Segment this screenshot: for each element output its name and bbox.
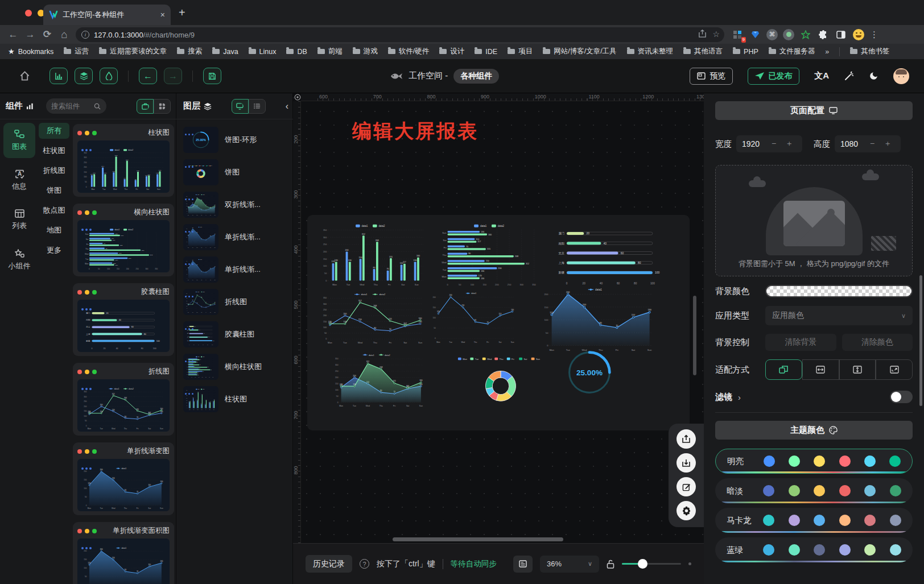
sidebar-tab-信息[interactable]: A信息	[3, 163, 35, 198]
category-饼图[interactable]: 饼图	[39, 183, 69, 198]
bookmark-item[interactable]: IDE	[475, 47, 497, 56]
tab-close-icon[interactable]: ×	[160, 10, 165, 19]
stepper-buttons[interactable]: − ＋	[870, 139, 895, 149]
url-bar[interactable]: i 127.0.0.1:3000/#/chart/home/9 ☆	[76, 27, 724, 42]
layer-item[interactable]: 050100150200data11202001508070110130MonT…	[181, 223, 288, 251]
fit-auto-button[interactable]	[765, 359, 802, 380]
layer-item[interactable]: 050100150200250300350data1data2120130Mon…	[181, 386, 288, 413]
theme-蓝绿[interactable]: 蓝绿	[715, 537, 913, 562]
bookmarks-overflow-button[interactable]: »	[825, 48, 829, 56]
bookmark-item[interactable]: 项目	[508, 47, 533, 56]
site-info-icon[interactable]: i	[81, 31, 89, 39]
layer-item[interactable]: MonTueWedThuFriSatSun饼图	[181, 159, 288, 186]
project-badge[interactable]: 各种组件	[453, 69, 499, 84]
search-input[interactable]	[51, 102, 91, 110]
height-value[interactable]: 1080	[840, 139, 858, 148]
list-view-toggle[interactable]	[249, 99, 266, 114]
layer-item[interactable]: 050100150200250300350data1data2120200150…	[181, 191, 288, 218]
filter-button[interactable]	[100, 68, 118, 84]
app-type-select[interactable]: 应用颜色 ∨	[765, 306, 913, 325]
horizontal-scrollbar[interactable]	[393, 537, 563, 541]
sidebar-tab-小组件[interactable]: 小组件	[3, 242, 35, 277]
back-arrow-icon[interactable]: ←	[5, 29, 22, 40]
eye-icon[interactable]	[294, 94, 301, 101]
layers-button[interactable]	[75, 68, 93, 84]
redo-button[interactable]: →	[164, 68, 182, 84]
bookmark-item[interactable]: 软件/硬件	[388, 47, 429, 56]
bookmark-item[interactable]: 近期需要读的文章	[99, 47, 167, 56]
browser-menu-icon[interactable]: ⋮	[870, 30, 878, 40]
slider-knob[interactable]	[638, 559, 647, 569]
chevron-right-icon[interactable]: ›	[738, 392, 741, 402]
canvas-chart-capsule[interactable]: 厦门20南阳40北京60上海80新疆100020406080100	[551, 224, 669, 287]
canvas-chart-line-double[interactable]: 050100150200250300350data1data2120200150…	[319, 291, 427, 345]
lock-open-icon[interactable]	[607, 560, 614, 569]
component-card[interactable]: 单折线渐变图050100150200data112020015080701101…	[73, 442, 174, 515]
layer-item[interactable]: 050100150200250300350data1data2120200150…	[181, 288, 288, 316]
edit-button[interactable]	[676, 477, 696, 496]
clear-color-button[interactable]: 清除颜色	[842, 334, 913, 351]
category-地图[interactable]: 地图	[39, 222, 69, 238]
bookmarks-root[interactable]: ★Bookmarks	[8, 47, 53, 56]
width-value[interactable]: 1920	[742, 139, 760, 148]
preview-button[interactable]: 预览	[690, 68, 733, 85]
canvas-chart-line-single[interactable]: 050100150200data11202001508070110130MonT…	[429, 290, 518, 344]
canvas[interactable]: 6007008009001000110012001300 20030040050…	[293, 93, 704, 584]
page-config-header[interactable]: 页面配置	[715, 101, 913, 120]
publish-button[interactable]: 已发布	[748, 68, 799, 85]
wand-icon[interactable]	[844, 71, 854, 81]
bookmark-item[interactable]: 前端	[317, 47, 343, 56]
profile-avatar-icon[interactable]	[852, 28, 865, 41]
layer-item[interactable]: 25.00%饼图-环形	[181, 126, 288, 154]
sidebar-tab-图表[interactable]: 图表	[3, 123, 35, 158]
fit-stretch-button[interactable]	[876, 359, 913, 380]
home-icon[interactable]: ⌂	[56, 28, 73, 41]
bookmark-item[interactable]: Linux	[249, 47, 277, 56]
canvas-chart-bar-horizontal[interactable]: 050100150200250300350data1data2Sun130160…	[436, 222, 547, 288]
bookmark-item[interactable]: 游戏	[353, 47, 378, 56]
big-screen-title[interactable]: 编辑大屏报表	[352, 118, 478, 144]
category-折线图[interactable]: 折线图	[39, 163, 69, 179]
bookmark-item[interactable]: DB	[286, 47, 307, 56]
component-card[interactable]: 折线图050100150200250300350data1data2120200…	[73, 363, 174, 436]
component-card[interactable]: 胶囊柱图厦门20南阳40北京60上海80新疆100020406080100	[73, 283, 174, 356]
fit-width-button[interactable]	[802, 359, 839, 380]
theme-马卡龙[interactable]: 马卡龙	[715, 508, 913, 533]
traffic-close-icon[interactable]	[25, 10, 32, 16]
forward-arrow-icon[interactable]: →	[22, 29, 39, 40]
component-card[interactable]: 柱状图050100150200250300350data1data2120130…	[73, 124, 174, 197]
category-所有[interactable]: 所有	[39, 123, 69, 139]
bg-color-swatch[interactable]	[765, 285, 913, 297]
bookmark-item[interactable]: 运营	[64, 47, 89, 56]
component-search[interactable]	[46, 98, 106, 114]
canvas-chart-line-double-area[interactable]: 050100150200250300350data1data2120200150…	[331, 351, 427, 408]
width-stepper[interactable]: 1920− ＋	[736, 135, 802, 152]
bookmark-item[interactable]: 其他语言	[683, 47, 723, 56]
refresh-icon[interactable]: ⟳	[39, 28, 56, 40]
zoom-select[interactable]: 36% ∨	[540, 556, 599, 573]
help-icon[interactable]: ?	[360, 559, 369, 569]
bookmark-star-icon[interactable]: ☆	[712, 30, 720, 39]
user-avatar[interactable]	[893, 68, 909, 84]
sidebar-tab-列表[interactable]: 列表	[3, 202, 35, 238]
component-card[interactable]: 横向柱状图050100150200250300350data1data2Sun1…	[73, 204, 174, 276]
clear-background-button[interactable]: 清除背景	[765, 334, 836, 351]
history-panel-button[interactable]	[513, 556, 533, 573]
category-散点图[interactable]: 散点图	[39, 202, 69, 218]
layer-item[interactable]: 050100150200250300350data1data2Sun130160…	[181, 353, 288, 380]
import-button[interactable]	[676, 453, 696, 473]
extension-command-icon[interactable]: ⌘	[766, 29, 778, 40]
fit-height-button[interactable]	[839, 359, 876, 380]
bookmark-item[interactable]: 设计	[439, 47, 464, 56]
share-icon[interactable]	[698, 30, 707, 38]
home-icon[interactable]	[19, 71, 30, 81]
canvas-chart-bar-grouped[interactable]: 050100150200250300350data1data2120130Mon…	[319, 222, 427, 288]
settings-button[interactable]	[676, 501, 696, 520]
panel-scrollbar[interactable]	[919, 275, 922, 406]
charts-button[interactable]	[50, 68, 68, 84]
sidebar-panel-icon[interactable]	[835, 28, 847, 41]
theme-明亮[interactable]: 明亮	[715, 449, 913, 474]
canvas-chart-donut-pie[interactable]: MonTueWedThuFriSatSun	[444, 354, 558, 409]
extension-recorder-icon[interactable]	[783, 29, 794, 40]
extension-gem-icon[interactable]	[749, 28, 761, 41]
